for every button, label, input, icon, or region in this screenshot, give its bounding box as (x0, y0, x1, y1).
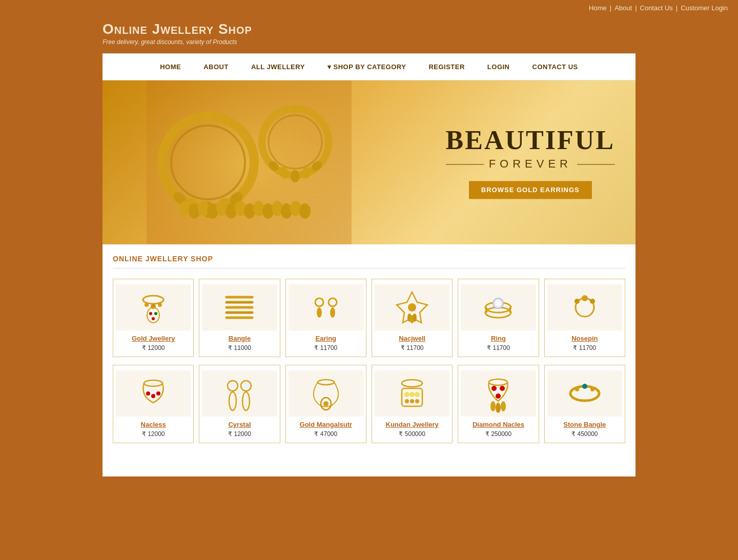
products-section: ONLINE JWELLERY SHOP Gold Jwellery₹ 1200… (102, 244, 636, 461)
nav-home[interactable]: HOME (149, 54, 192, 80)
product-name[interactable]: Ring (461, 335, 536, 342)
product-card-diamond[interactable]: Diamond Nacles₹ 250000 (458, 365, 539, 443)
svg-point-64 (151, 394, 155, 398)
main-content: HOME ABOUT ALL JWELLERY ▾ SHOP BY CATEGO… (102, 53, 636, 476)
svg-point-44 (315, 298, 323, 306)
svg-point-3 (204, 110, 212, 122)
product-price: ₹ 12000 (116, 344, 191, 351)
product-name[interactable]: Cyrstal (202, 421, 277, 428)
svg-point-77 (404, 392, 409, 397)
product-image-nosepin (547, 284, 622, 330)
product-price: ₹ 11700 (547, 344, 622, 351)
product-name[interactable]: Kundan Jwellery (375, 421, 449, 428)
product-image-kundan (375, 370, 449, 417)
product-price: ₹ 11700 (461, 344, 536, 351)
contact-toplink[interactable]: Contact Us (640, 4, 673, 12)
product-card-cyrstal[interactable]: Cyrstal₹ 12000 (199, 365, 280, 443)
hero-line2: FOREVER (446, 158, 615, 171)
product-card-kundan[interactable]: Kundan Jwellery₹ 500000 (372, 365, 453, 443)
hero-line1: BEAUTIFUL (446, 126, 615, 155)
product-image-diamond (461, 370, 536, 417)
product-image-earing (289, 284, 363, 330)
svg-point-65 (156, 391, 160, 396)
product-price: ₹ 250000 (461, 430, 536, 438)
product-card-ring[interactable]: Ring₹ 11700 (458, 279, 539, 357)
svg-point-81 (410, 399, 414, 403)
svg-rect-76 (402, 388, 422, 406)
svg-point-78 (409, 392, 415, 397)
product-card-earing[interactable]: Earing₹ 11700 (285, 279, 366, 357)
product-card-nacjwell[interactable]: Nacjwell₹ 11700 (372, 279, 453, 357)
svg-rect-55 (509, 307, 511, 313)
product-price: ₹ 450000 (547, 430, 622, 438)
logo-title: Online Jwellery Shop (102, 21, 252, 37)
products-row-1: Gold Jwellery₹ 12000 Bangle₹ 11000 Earin… (113, 279, 625, 357)
svg-point-72 (318, 380, 334, 385)
svg-point-35 (147, 307, 159, 323)
svg-point-60 (590, 299, 595, 304)
svg-point-62 (144, 380, 162, 386)
svg-point-92 (582, 384, 587, 389)
product-name[interactable]: Gold Mangalsutr (289, 421, 363, 428)
svg-point-93 (590, 387, 594, 391)
home-toplink[interactable]: Home (589, 4, 607, 12)
product-image-cyrstal (202, 370, 277, 417)
about-toplink[interactable]: About (614, 4, 632, 12)
product-image-bangle (202, 284, 277, 330)
sep3: | (676, 4, 678, 12)
svg-point-59 (582, 295, 588, 301)
product-name[interactable]: Nacless (116, 421, 191, 428)
product-name[interactable]: Gold Jwellery (116, 335, 191, 342)
nav-about[interactable]: ABOUT (192, 54, 240, 80)
svg-point-82 (415, 399, 419, 403)
sep1: | (610, 4, 611, 12)
svg-point-94 (575, 387, 579, 391)
product-card-nacless[interactable]: Nacless₹ 12000 (113, 365, 194, 443)
svg-point-13 (291, 170, 300, 182)
logo[interactable]: Online Jwellery Shop Free delivery, grea… (102, 21, 252, 46)
nav-contact-us[interactable]: CONTACT US (521, 54, 589, 80)
svg-point-61 (575, 299, 580, 304)
product-image-stonebangle (547, 370, 622, 417)
product-image-nacless (116, 370, 191, 417)
hero-text: BEAUTIFUL FOREVER BROWSE GOLD EARRINGS (446, 126, 615, 199)
product-name[interactable]: Earing (289, 335, 363, 342)
nav-all-jwellery[interactable]: ALL JWELLERY (240, 54, 316, 80)
svg-point-83 (489, 379, 507, 385)
product-card-nosepin[interactable]: Nosepin₹ 11700 (544, 279, 625, 357)
product-card-stonebangle[interactable]: Stone Bangle₹ 450000 (544, 365, 625, 443)
site-header: Online Jwellery Shop Free delivery, grea… (0, 16, 738, 53)
svg-point-45 (317, 307, 322, 318)
svg-point-51 (413, 314, 417, 322)
product-price: ₹ 11700 (375, 344, 449, 351)
svg-point-86 (500, 386, 505, 391)
svg-point-80 (405, 399, 409, 403)
svg-point-89 (501, 401, 506, 411)
svg-point-88 (496, 403, 501, 413)
product-name[interactable]: Nosepin (547, 335, 622, 342)
product-name[interactable]: Bangle (202, 335, 277, 342)
product-price: ₹ 11700 (289, 344, 363, 351)
svg-point-67 (230, 383, 235, 388)
browse-gold-earrings-button[interactable]: BROWSE GOLD EARRINGS (469, 181, 592, 199)
product-card-necklace[interactable]: Gold Jwellery₹ 12000 (113, 279, 194, 357)
product-card-mangalsutr[interactable]: Gold Mangalsutr₹ 47000 (285, 365, 366, 443)
svg-point-32 (145, 303, 149, 307)
product-name[interactable]: Stone Bangle (547, 421, 622, 428)
nav-login[interactable]: LOGIN (476, 54, 521, 80)
product-image-ring (461, 284, 536, 330)
product-price: ₹ 12000 (202, 430, 277, 438)
customer-login-toplink[interactable]: Customer Login (681, 4, 728, 12)
nav-register[interactable]: REGISTER (417, 54, 476, 80)
svg-point-71 (242, 392, 250, 410)
product-price: ₹ 12000 (116, 430, 191, 438)
product-name[interactable]: Nacjwell (375, 335, 449, 342)
product-image-mangalsutr (289, 370, 363, 417)
product-price: ₹ 47000 (289, 430, 363, 438)
product-name[interactable]: Diamond Nacles (461, 421, 536, 428)
nav-shop-by-category[interactable]: ▾ SHOP BY CATEGORY (316, 54, 418, 80)
product-card-bangle[interactable]: Bangle₹ 11000 (199, 279, 280, 357)
svg-point-36 (149, 312, 152, 315)
svg-point-38 (152, 317, 155, 320)
product-image-nacjwell (375, 284, 449, 330)
